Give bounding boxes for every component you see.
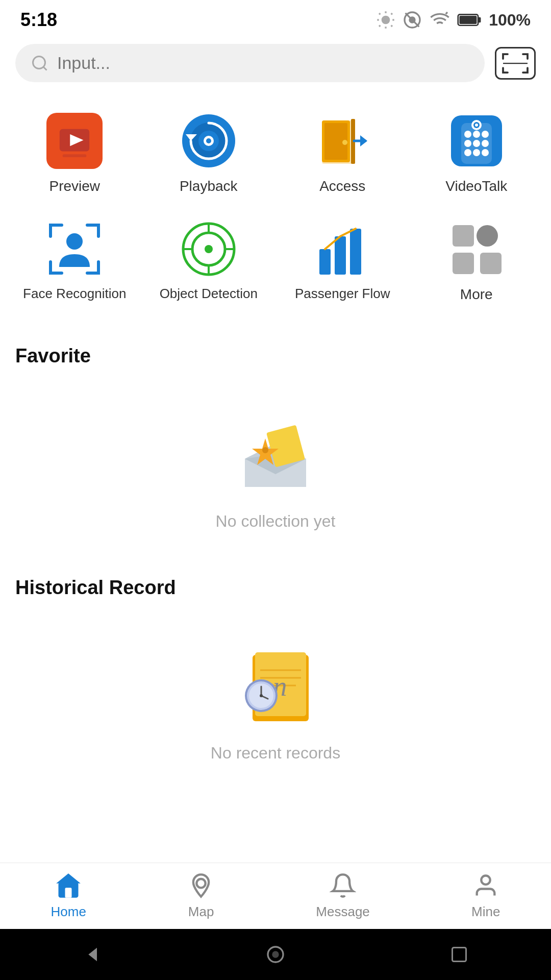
scan-button[interactable]	[495, 47, 536, 80]
status-bar: 5:18 100%	[0, 0, 551, 36]
menu-item-playback[interactable]: Playback	[144, 103, 273, 206]
svg-rect-84	[453, 948, 466, 962]
recent-icon	[450, 945, 468, 964]
videotalk-icon	[448, 113, 505, 169]
svg-rect-78	[65, 888, 72, 898]
objdetect-icon-bg	[181, 221, 237, 277]
svg-line-10	[43, 66, 47, 70]
menu-item-access[interactable]: Access	[278, 103, 407, 206]
mine-nav-label: Mine	[471, 904, 500, 920]
search-input[interactable]	[57, 53, 469, 73]
favorite-empty-state: No collection yet	[0, 377, 551, 561]
svg-rect-55	[453, 253, 474, 274]
facerecog-icon-bg	[46, 221, 103, 277]
svg-point-38	[482, 149, 489, 156]
recent-apps-button[interactable]	[444, 939, 474, 970]
more-icon-bg	[448, 221, 505, 277]
playback-label: Playback	[180, 177, 238, 195]
historical-empty-state: n No recent records	[0, 609, 551, 793]
preview-icon	[57, 123, 92, 159]
svg-rect-52	[350, 229, 361, 275]
preview-icon-bg	[46, 113, 103, 169]
svg-line-5	[446, 12, 447, 14]
home-icon	[55, 872, 82, 899]
svg-point-34	[473, 140, 480, 147]
svg-point-32	[482, 131, 489, 138]
svg-rect-7	[478, 17, 481, 23]
home-nav-label: Home	[51, 904, 86, 920]
playback-icon-bg	[181, 113, 237, 169]
svg-point-63	[262, 447, 268, 453]
svg-point-75	[260, 694, 263, 697]
svg-point-20	[206, 138, 211, 143]
back-icon	[82, 944, 102, 965]
facerecog-icon	[46, 221, 103, 277]
svg-point-31	[473, 131, 480, 138]
historical-title: Historical Record	[0, 561, 551, 609]
home-circle-icon	[265, 944, 286, 965]
more-icon	[448, 221, 505, 277]
weather-icon	[375, 10, 396, 30]
svg-point-79	[196, 879, 205, 888]
svg-point-0	[382, 16, 390, 24]
facerecog-label: Face Recognition	[23, 285, 126, 303]
objdetect-label: Object Detection	[160, 285, 258, 303]
svg-rect-53	[453, 225, 474, 247]
svg-point-83	[272, 951, 279, 958]
search-bar-container	[0, 36, 551, 92]
svg-point-33	[464, 140, 471, 147]
svg-rect-51	[335, 236, 346, 275]
svg-rect-14	[63, 154, 87, 157]
nav-item-message[interactable]: Message	[300, 867, 385, 925]
videotalk-label: VideoTalk	[445, 177, 507, 195]
menu-item-objectdetection[interactable]: Object Detection	[144, 211, 273, 314]
menu-item-facerecognition[interactable]: Face Recognition	[10, 211, 139, 314]
menu-item-passengerflow[interactable]: Passenger Flow	[278, 211, 407, 314]
historical-empty-text: No recent records	[211, 744, 340, 763]
wifi-icon	[429, 10, 451, 30]
scan-icon	[502, 53, 529, 74]
svg-point-35	[482, 140, 489, 147]
svg-point-41	[475, 124, 478, 127]
map-icon	[188, 872, 214, 899]
more-label: More	[460, 285, 493, 304]
mine-icon	[472, 872, 499, 899]
svg-rect-56	[480, 253, 502, 274]
svg-rect-50	[319, 249, 331, 275]
menu-item-videotalk[interactable]: VideoTalk	[412, 103, 541, 206]
passenger-icon	[314, 221, 370, 277]
svg-rect-8	[460, 16, 477, 24]
battery-level: 100%	[489, 11, 531, 30]
status-icons: 100%	[375, 10, 531, 30]
nav-item-home[interactable]: Home	[36, 867, 102, 925]
preview-label: Preview	[49, 177, 100, 195]
svg-line-3	[406, 13, 419, 27]
menu-item-more[interactable]: More	[412, 211, 541, 314]
grid-menu: Preview Playback	[0, 92, 551, 330]
android-nav-bar	[0, 929, 551, 980]
home-button[interactable]	[260, 939, 291, 970]
access-icon	[314, 113, 370, 169]
playback-icon	[181, 113, 237, 169]
signal-icon	[402, 10, 422, 30]
battery-icon	[457, 11, 483, 29]
svg-point-54	[477, 225, 498, 247]
objdetect-icon	[181, 221, 237, 277]
passenger-icon-bg	[314, 221, 370, 277]
favorite-section: Favorite No collection yet	[0, 330, 551, 561]
search-wrapper[interactable]	[15, 44, 485, 82]
svg-marker-77	[56, 873, 81, 884]
svg-marker-27	[360, 135, 367, 146]
message-icon	[330, 872, 356, 899]
nav-item-map[interactable]: Map	[172, 867, 230, 925]
menu-item-preview[interactable]: Preview	[10, 103, 139, 206]
videotalk-icon-bg	[448, 113, 505, 169]
svg-point-49	[205, 245, 213, 253]
back-button[interactable]	[77, 939, 107, 970]
passenger-label: Passenger Flow	[295, 285, 390, 303]
nav-item-mine[interactable]: Mine	[456, 867, 515, 925]
svg-point-30	[464, 131, 471, 138]
access-label: Access	[319, 177, 365, 195]
svg-point-42	[66, 233, 83, 250]
historical-record-section: Historical Record n No recent records	[0, 561, 551, 793]
